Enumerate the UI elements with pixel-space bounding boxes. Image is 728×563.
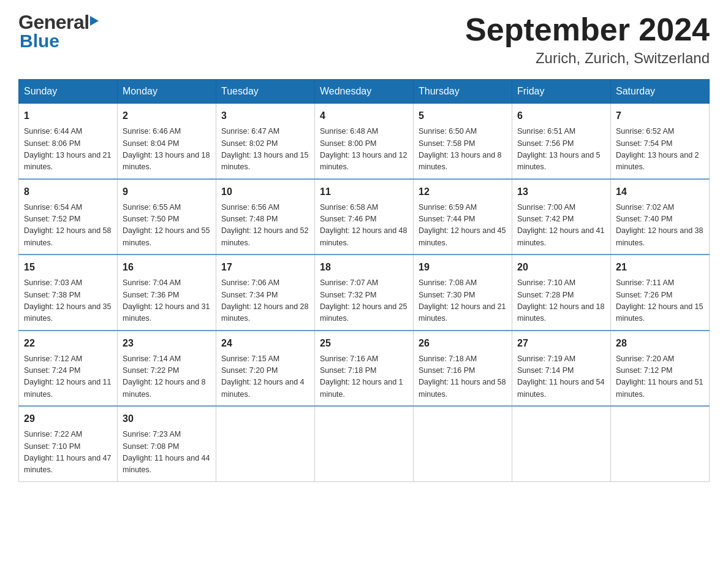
day-info: Sunrise: 6:52 AMSunset: 7:54 PMDaylight:…	[616, 126, 704, 174]
calendar-cell: 6Sunrise: 6:51 AMSunset: 7:56 PMDaylight…	[512, 104, 611, 179]
day-info: Sunrise: 7:15 AMSunset: 7:20 PMDaylight:…	[221, 353, 309, 401]
day-info: Sunrise: 6:58 AMSunset: 7:46 PMDaylight:…	[320, 202, 408, 250]
day-number: 4	[320, 109, 408, 123]
calendar-cell	[216, 406, 315, 481]
day-number: 24	[221, 336, 309, 351]
calendar-header-tuesday: Tuesday	[216, 80, 315, 104]
location-title: Zurich, Zurich, Switzerland	[465, 50, 710, 67]
day-info: Sunrise: 6:59 AMSunset: 7:44 PMDaylight:…	[419, 202, 507, 250]
calendar-header-monday: Monday	[118, 80, 216, 104]
day-number: 19	[419, 260, 507, 275]
day-number: 30	[123, 412, 211, 426]
calendar-cell: 13Sunrise: 7:00 AMSunset: 7:42 PMDayligh…	[512, 179, 611, 255]
calendar-cell: 2Sunrise: 6:46 AMSunset: 8:04 PMDaylight…	[118, 104, 216, 179]
day-number: 18	[320, 260, 408, 275]
calendar-cell: 9Sunrise: 6:55 AMSunset: 7:50 PMDaylight…	[118, 179, 216, 255]
day-number: 20	[517, 260, 605, 275]
calendar-cell: 27Sunrise: 7:19 AMSunset: 7:14 PMDayligh…	[512, 331, 611, 407]
calendar-cell	[414, 406, 512, 481]
svg-marker-0	[90, 16, 99, 26]
day-number: 29	[24, 412, 112, 426]
month-title: September 2024	[465, 12, 710, 47]
page-header: General Blue September 2024 Zurich, Zuri…	[18, 12, 710, 67]
day-info: Sunrise: 7:02 AMSunset: 7:40 PMDaylight:…	[616, 202, 704, 250]
calendar-cell: 15Sunrise: 7:03 AMSunset: 7:38 PMDayligh…	[19, 255, 118, 331]
calendar-header-sunday: Sunday	[19, 80, 118, 104]
day-info: Sunrise: 7:11 AMSunset: 7:26 PMDaylight:…	[616, 277, 704, 325]
day-number: 12	[419, 185, 507, 199]
calendar-header-row: SundayMondayTuesdayWednesdayThursdayFrid…	[19, 80, 710, 104]
calendar-cell: 19Sunrise: 7:08 AMSunset: 7:30 PMDayligh…	[414, 255, 512, 331]
day-number: 25	[320, 336, 408, 351]
calendar-cell: 12Sunrise: 6:59 AMSunset: 7:44 PMDayligh…	[414, 179, 512, 255]
day-number: 26	[419, 336, 507, 351]
day-info: Sunrise: 7:04 AMSunset: 7:36 PMDaylight:…	[123, 277, 211, 325]
calendar-cell: 16Sunrise: 7:04 AMSunset: 7:36 PMDayligh…	[118, 255, 216, 331]
calendar-cell: 28Sunrise: 7:20 AMSunset: 7:12 PMDayligh…	[611, 331, 710, 407]
calendar-cell: 14Sunrise: 7:02 AMSunset: 7:40 PMDayligh…	[611, 179, 710, 255]
day-info: Sunrise: 6:47 AMSunset: 8:02 PMDaylight:…	[221, 126, 309, 174]
day-info: Sunrise: 7:08 AMSunset: 7:30 PMDaylight:…	[419, 277, 507, 325]
calendar-cell: 8Sunrise: 6:54 AMSunset: 7:52 PMDaylight…	[19, 179, 118, 255]
logo-row: General	[18, 12, 104, 32]
calendar-cell: 18Sunrise: 7:07 AMSunset: 7:32 PMDayligh…	[315, 255, 414, 331]
calendar-cell: 30Sunrise: 7:23 AMSunset: 7:08 PMDayligh…	[118, 406, 216, 481]
calendar-cell: 17Sunrise: 7:06 AMSunset: 7:34 PMDayligh…	[216, 255, 315, 331]
day-number: 14	[616, 185, 704, 199]
calendar-cell: 29Sunrise: 7:22 AMSunset: 7:10 PMDayligh…	[19, 406, 118, 481]
calendar-header-friday: Friday	[512, 80, 611, 104]
calendar-header-thursday: Thursday	[414, 80, 512, 104]
logo-blue-text: Blue	[20, 31, 59, 52]
day-number: 8	[24, 185, 112, 199]
day-number: 6	[517, 109, 605, 123]
day-info: Sunrise: 7:06 AMSunset: 7:34 PMDaylight:…	[221, 277, 309, 325]
day-number: 27	[517, 336, 605, 351]
calendar-cell: 1Sunrise: 6:44 AMSunset: 8:06 PMDaylight…	[19, 104, 118, 179]
calendar-cell: 24Sunrise: 7:15 AMSunset: 7:20 PMDayligh…	[216, 331, 315, 407]
calendar-cell: 10Sunrise: 6:56 AMSunset: 7:48 PMDayligh…	[216, 179, 315, 255]
day-info: Sunrise: 6:56 AMSunset: 7:48 PMDaylight:…	[221, 202, 309, 250]
day-number: 7	[616, 109, 704, 123]
calendar-cell: 20Sunrise: 7:10 AMSunset: 7:28 PMDayligh…	[512, 255, 611, 331]
calendar-cell: 26Sunrise: 7:18 AMSunset: 7:16 PMDayligh…	[414, 331, 512, 407]
day-number: 2	[123, 109, 211, 123]
day-info: Sunrise: 7:19 AMSunset: 7:14 PMDaylight:…	[517, 353, 605, 401]
day-number: 5	[419, 109, 507, 123]
day-info: Sunrise: 7:16 AMSunset: 7:18 PMDaylight:…	[320, 353, 408, 401]
calendar-cell	[315, 406, 414, 481]
day-number: 15	[24, 260, 112, 275]
calendar-week-row: 22Sunrise: 7:12 AMSunset: 7:24 PMDayligh…	[19, 331, 710, 407]
day-info: Sunrise: 7:20 AMSunset: 7:12 PMDaylight:…	[616, 353, 704, 401]
day-info: Sunrise: 7:18 AMSunset: 7:16 PMDaylight:…	[419, 353, 507, 401]
calendar-header-wednesday: Wednesday	[315, 80, 414, 104]
day-info: Sunrise: 7:23 AMSunset: 7:08 PMDaylight:…	[123, 429, 211, 477]
calendar-cell	[611, 406, 710, 481]
calendar-week-row: 8Sunrise: 6:54 AMSunset: 7:52 PMDaylight…	[19, 179, 710, 255]
calendar-cell: 5Sunrise: 6:50 AMSunset: 7:58 PMDaylight…	[414, 104, 512, 179]
calendar-week-row: 1Sunrise: 6:44 AMSunset: 8:06 PMDaylight…	[19, 104, 710, 179]
calendar-cell: 22Sunrise: 7:12 AMSunset: 7:24 PMDayligh…	[19, 331, 118, 407]
calendar-cell: 7Sunrise: 6:52 AMSunset: 7:54 PMDaylight…	[611, 104, 710, 179]
day-info: Sunrise: 7:03 AMSunset: 7:38 PMDaylight:…	[24, 277, 112, 325]
calendar-week-row: 29Sunrise: 7:22 AMSunset: 7:10 PMDayligh…	[19, 406, 710, 481]
day-info: Sunrise: 7:22 AMSunset: 7:10 PMDaylight:…	[24, 429, 112, 477]
day-number: 1	[24, 109, 112, 123]
day-info: Sunrise: 6:51 AMSunset: 7:56 PMDaylight:…	[517, 126, 605, 174]
day-number: 3	[221, 109, 309, 123]
day-info: Sunrise: 7:10 AMSunset: 7:28 PMDaylight:…	[517, 277, 605, 325]
title-section: September 2024 Zurich, Zurich, Switzerla…	[465, 12, 710, 67]
day-number: 10	[221, 185, 309, 199]
logo-flag-icon	[90, 16, 104, 29]
day-info: Sunrise: 6:50 AMSunset: 7:58 PMDaylight:…	[419, 126, 507, 174]
calendar-header-saturday: Saturday	[611, 80, 710, 104]
day-info: Sunrise: 7:12 AMSunset: 7:24 PMDaylight:…	[24, 353, 112, 401]
day-info: Sunrise: 6:44 AMSunset: 8:06 PMDaylight:…	[24, 126, 112, 174]
day-number: 23	[123, 336, 211, 351]
calendar-cell: 4Sunrise: 6:48 AMSunset: 8:00 PMDaylight…	[315, 104, 414, 179]
day-number: 22	[24, 336, 112, 351]
day-info: Sunrise: 6:48 AMSunset: 8:00 PMDaylight:…	[320, 126, 408, 174]
day-number: 21	[616, 260, 704, 275]
day-number: 28	[616, 336, 704, 351]
day-number: 16	[123, 260, 211, 275]
day-info: Sunrise: 6:55 AMSunset: 7:50 PMDaylight:…	[123, 202, 211, 250]
